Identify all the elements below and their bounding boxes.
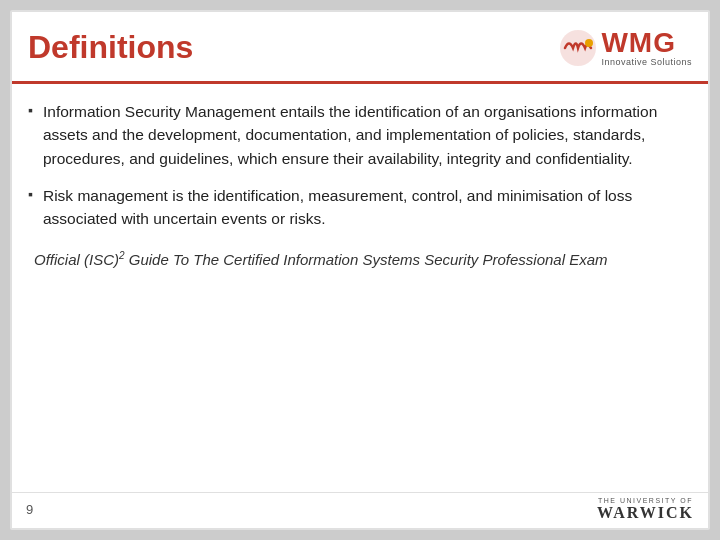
logo-area: WMG Innovative Solutions: [559, 29, 692, 67]
italic-pre: Official (ISC): [34, 251, 119, 268]
wmg-subtitle: Innovative Solutions: [601, 57, 692, 67]
bullet-item-2: ▪ Risk management is the identification,…: [28, 184, 688, 231]
bullet-text-2: Risk management is the identification, m…: [43, 184, 688, 231]
bullet-marker-1: ▪: [28, 102, 33, 118]
slide: Definitions WMG Innovative Solutions ▪ I…: [10, 10, 710, 530]
page-number: 9: [26, 502, 33, 517]
bullet-item-1: ▪ Information Security Management entail…: [28, 100, 688, 170]
warwick-logo: THE UNIVERSITY OF WARWICK: [597, 497, 694, 522]
italic-post: Guide To The Certified Information Syste…: [125, 251, 608, 268]
slide-header: Definitions WMG Innovative Solutions: [12, 12, 708, 84]
italic-note: Official (ISC)2 Guide To The Certified I…: [28, 248, 688, 272]
warwick-the-university-of: THE UNIVERSITY OF: [598, 497, 693, 504]
wmg-letters: WMG: [601, 29, 676, 57]
bullet-text-1: Information Security Management entails …: [43, 100, 688, 170]
wmg-text-group: WMG Innovative Solutions: [601, 29, 692, 67]
svg-point-1: [585, 39, 593, 47]
slide-footer: 9 THE UNIVERSITY OF WARWICK: [12, 492, 708, 528]
wmg-logo: WMG Innovative Solutions: [559, 29, 692, 67]
bullet-marker-2: ▪: [28, 186, 33, 202]
slide-title: Definitions: [28, 29, 193, 66]
wmg-logo-icon: [559, 29, 597, 67]
slide-body: ▪ Information Security Management entail…: [12, 84, 708, 492]
warwick-name: WARWICK: [597, 504, 694, 522]
